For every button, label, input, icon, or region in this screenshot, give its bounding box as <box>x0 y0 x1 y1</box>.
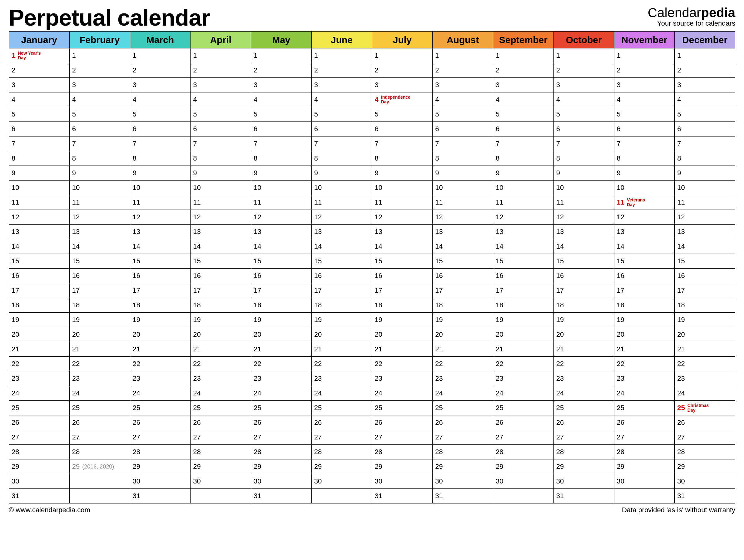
cell-feb-17: 17 <box>69 283 130 298</box>
cell-nov-3: 3 <box>614 78 675 92</box>
day-number: 13 <box>72 228 80 236</box>
cell-mar-6: 6 <box>130 122 190 137</box>
day-number: 30 <box>496 477 503 485</box>
day-number: 17 <box>193 287 200 295</box>
day-number: 12 <box>375 213 382 221</box>
cell-aug-26: 26 <box>433 415 493 430</box>
day-number: 24 <box>72 389 80 397</box>
day-number: 2 <box>193 66 197 74</box>
day-number: 8 <box>556 154 560 162</box>
cell-dec-24: 24 <box>675 386 735 401</box>
day-number: 12 <box>496 213 503 221</box>
day-row-11: 1111111111111111111111VeteransDay11 <box>9 195 735 210</box>
day-number: 18 <box>496 301 503 309</box>
day-number: 26 <box>11 418 19 426</box>
day-number: 14 <box>375 242 382 251</box>
day-number: 10 <box>677 184 685 192</box>
cell-aug-7: 7 <box>433 137 493 151</box>
cell-apr-28: 28 <box>190 445 251 459</box>
cell-sep-12: 12 <box>493 210 554 225</box>
cell-dec-20: 20 <box>675 327 735 342</box>
day-number: 20 <box>496 330 503 339</box>
cell-apr-27: 27 <box>190 430 251 445</box>
cell-jun-4: 4 <box>311 92 372 107</box>
cell-sep-26: 26 <box>493 415 554 430</box>
day-number: 18 <box>617 301 624 309</box>
cell-sep-11: 11 <box>493 195 554 210</box>
cell-apr-25: 25 <box>190 401 251 415</box>
day-number: 16 <box>193 272 200 280</box>
cell-aug-21: 21 <box>433 342 493 357</box>
cell-jul-10: 10 <box>372 181 433 195</box>
day-number: 8 <box>314 154 318 162</box>
cell-feb-9: 9 <box>69 166 130 181</box>
day-number: 23 <box>254 374 261 383</box>
day-number: 28 <box>254 448 261 456</box>
day-number: 6 <box>314 125 318 133</box>
month-header-mar: March <box>130 32 190 48</box>
cell-may-14: 14 <box>251 239 312 254</box>
day-number: 21 <box>617 345 624 353</box>
day-number: 14 <box>677 242 685 251</box>
cell-apr-6: 6 <box>190 122 251 137</box>
cell-jan-16: 16 <box>9 269 70 283</box>
cell-jan-14: 14 <box>9 239 70 254</box>
day-number: 4 <box>435 96 439 104</box>
day-number: 18 <box>193 301 200 309</box>
day-row-12: 121212121212121212121212 <box>9 210 735 225</box>
day-number: 5 <box>677 110 681 118</box>
cell-apr-20: 20 <box>190 327 251 342</box>
cell-jul-19: 19 <box>372 313 433 327</box>
cell-feb-25: 25 <box>69 401 130 415</box>
cell-oct-3: 3 <box>554 78 614 92</box>
month-header-jul: July <box>372 32 433 48</box>
day-number: 13 <box>11 228 19 236</box>
cell-apr-10: 10 <box>190 181 251 195</box>
day-number: 10 <box>375 184 382 192</box>
day-number: 27 <box>556 433 564 441</box>
day-number: 3 <box>314 81 318 89</box>
cell-nov-7: 7 <box>614 137 675 151</box>
day-number: 20 <box>375 330 382 339</box>
cell-aug-13: 13 <box>433 225 493 239</box>
cell-apr-2: 2 <box>190 63 251 78</box>
cell-may-26: 26 <box>251 415 312 430</box>
day-number: 15 <box>11 257 19 265</box>
month-header-jan: January <box>9 32 70 48</box>
day-number: 6 <box>72 125 76 133</box>
day-number: 6 <box>193 125 197 133</box>
cell-aug-14: 14 <box>433 239 493 254</box>
day-number: 7 <box>677 140 681 148</box>
cell-nov-30: 30 <box>614 474 675 489</box>
cell-jun-5: 5 <box>311 107 372 122</box>
day-number: 7 <box>617 140 621 148</box>
day-number: 20 <box>435 330 443 339</box>
day-number: 20 <box>11 330 19 339</box>
day-number: 17 <box>254 287 261 295</box>
cell-mar-5: 5 <box>130 107 190 122</box>
cell-jan-30: 30 <box>9 474 70 489</box>
day-number: 29 <box>11 462 19 471</box>
day-number: 28 <box>133 448 140 456</box>
cell-may-11: 11 <box>251 195 312 210</box>
cell-oct-27: 27 <box>554 430 614 445</box>
day-number: 30 <box>677 477 685 485</box>
day-number: 20 <box>254 330 261 339</box>
cell-jan-17: 17 <box>9 283 70 298</box>
day-number: 9 <box>254 169 257 177</box>
day-number: 7 <box>193 140 197 148</box>
cell-may-8: 8 <box>251 151 312 166</box>
day-number: 8 <box>11 154 15 162</box>
cell-aug-19: 19 <box>433 313 493 327</box>
day-number: 4 <box>133 96 137 104</box>
cell-aug-1: 1 <box>433 48 493 63</box>
day-number: 6 <box>496 125 499 133</box>
day-row-10: 101010101010101010101010 <box>9 181 735 195</box>
cell-apr-19: 19 <box>190 313 251 327</box>
cell-jul-24: 24 <box>372 386 433 401</box>
day-number: 18 <box>11 301 19 309</box>
cell-may-22: 22 <box>251 357 312 371</box>
day-number: 26 <box>435 418 443 426</box>
cell-sep-20: 20 <box>493 327 554 342</box>
cell-sep-24: 24 <box>493 386 554 401</box>
